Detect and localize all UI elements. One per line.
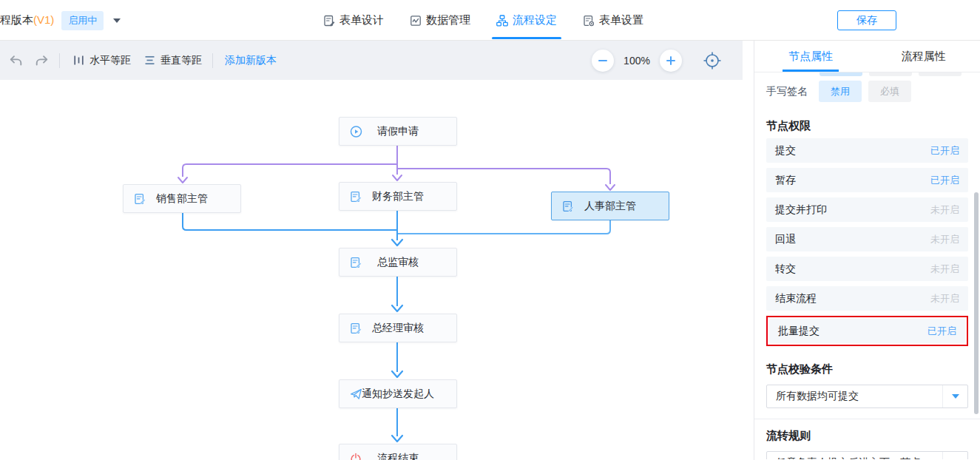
- clipped-button: [869, 72, 912, 76]
- redo-icon: [35, 55, 49, 67]
- signature-option-required[interactable]: 必填: [868, 81, 911, 102]
- flow-node-sales[interactable]: 销售部主管: [123, 184, 241, 213]
- transfer-rule-value: 任意负责人提交后进入下一节点: [767, 456, 942, 459]
- target-icon: [703, 51, 722, 70]
- tab-flow-config[interactable]: 流程设定: [496, 0, 557, 41]
- locate-button[interactable]: [703, 51, 722, 70]
- form-design-icon: [323, 15, 335, 27]
- send-icon: [350, 388, 362, 400]
- permission-row-end-flow[interactable]: 结束流程 未开启: [766, 286, 968, 311]
- canvas-toolbar: 水平等距 垂直等距 添加新版本 100%: [0, 41, 743, 80]
- horizontal-space-label: 水平等距: [89, 54, 131, 67]
- divider: [212, 53, 213, 68]
- horizontal-space-icon: [73, 55, 84, 66]
- permission-status: 已开启: [930, 174, 959, 187]
- permission-label: 暂存: [775, 174, 796, 187]
- zoom-in-button[interactable]: [660, 50, 682, 72]
- tab-label: 表单设计: [339, 13, 384, 27]
- top-bar: 程版本(V1) 启用中 表单设计 数据管理: [0, 0, 980, 41]
- tab-label: 表单设置: [599, 13, 643, 27]
- flow-node-gm[interactable]: 总经理审核: [339, 314, 457, 342]
- vertical-space-icon: [144, 55, 155, 66]
- redo-button[interactable]: [35, 55, 49, 67]
- validation-title: 节点校验条件: [766, 362, 968, 376]
- dropdown-caret-box: [942, 385, 967, 407]
- version-tag: (V1): [33, 13, 54, 26]
- form-edit-icon: [350, 257, 362, 268]
- transfer-rule-dropdown[interactable]: 任意负责人提交后进入下一节点: [766, 451, 968, 459]
- flow-node-director[interactable]: 总监审核: [339, 248, 457, 277]
- node-label: 销售部主管: [156, 192, 208, 206]
- vertical-space-label: 垂直等距: [160, 54, 202, 67]
- permissions-title: 节点权限: [766, 119, 968, 133]
- chevron-down-icon: [952, 394, 959, 399]
- panel-scrollbar[interactable]: [974, 192, 979, 414]
- form-edit-icon: [134, 193, 146, 205]
- highlight-box: 批量提交 已开启: [766, 316, 968, 346]
- permission-label: 结束流程: [775, 292, 817, 305]
- permission-label: 提交: [775, 144, 796, 158]
- chevron-down-icon[interactable]: [113, 18, 121, 23]
- data-manage-icon: [410, 15, 422, 27]
- transfer-rule-title: 流转规则: [766, 429, 968, 443]
- properties-panel: 节点属性 流程属性 手写签名 禁用 必填 节点权限 提交 已开启 暂存 已开启: [754, 41, 980, 460]
- save-button[interactable]: 保存: [837, 10, 896, 30]
- form-edit-icon: [350, 322, 362, 334]
- node-label: 总监审核: [377, 256, 419, 269]
- permission-row-submit-print[interactable]: 提交并打印 未开启: [766, 197, 968, 222]
- form-edit-icon: [350, 191, 362, 203]
- permission-row-transfer[interactable]: 转交 未开启: [766, 257, 968, 281]
- flow-node-hr[interactable]: 人事部主管: [551, 192, 669, 220]
- vertical-space-button[interactable]: 垂直等距: [144, 54, 202, 67]
- tab-form-settings[interactable]: 表单设置: [583, 0, 643, 41]
- permission-label: 提交并打印: [775, 203, 827, 217]
- workspace: 水平等距 垂直等距 添加新版本 100%: [0, 41, 980, 460]
- permission-row-submit[interactable]: 提交 已开启: [766, 138, 968, 163]
- signature-label: 手写签名: [766, 85, 808, 98]
- permission-row-save-draft[interactable]: 暂存 已开启: [766, 168, 968, 192]
- permission-status: 未开启: [930, 263, 959, 276]
- flow-node-finance[interactable]: 财务部主管: [339, 182, 457, 211]
- panel-tabs: 节点属性 流程属性: [754, 41, 980, 72]
- permission-status: 未开启: [930, 292, 959, 305]
- permission-row-batch-submit[interactable]: 批量提交 已开启: [769, 319, 965, 343]
- plus-icon: [666, 55, 676, 66]
- validation-dropdown[interactable]: 所有数据均可提交: [766, 385, 968, 408]
- permission-label: 批量提交: [778, 325, 820, 338]
- tab-node-properties[interactable]: 节点属性: [754, 41, 868, 72]
- permission-row-rollback[interactable]: 回退 未开启: [766, 227, 968, 251]
- undo-button[interactable]: [9, 55, 23, 67]
- node-label: 财务部主管: [372, 190, 424, 203]
- play-icon: [350, 125, 362, 138]
- flow-node-start[interactable]: 请假申请: [339, 117, 457, 146]
- signature-option-disable[interactable]: 禁用: [819, 81, 862, 102]
- tab-label: 流程设定: [513, 13, 557, 27]
- tab-label: 数据管理: [426, 13, 470, 27]
- main-tabs: 表单设计 数据管理 流程设定: [323, 0, 643, 41]
- permission-status: 已开启: [930, 144, 959, 158]
- clipped-button: [919, 72, 962, 76]
- flow-node-end[interactable]: 流程结束: [339, 444, 457, 460]
- flow-node-notify[interactable]: 通知抄送发起人: [339, 379, 457, 408]
- flow-canvas[interactable]: 请假申请 销售部主管 财务部主管 人事部主管: [0, 80, 754, 460]
- clipped-button: [820, 72, 862, 76]
- zoom-out-button[interactable]: [592, 50, 614, 72]
- signature-setting-row: 手写签名 禁用 必填: [766, 81, 968, 102]
- tab-form-design[interactable]: 表单设计: [323, 0, 384, 41]
- node-label: 总经理审核: [372, 322, 424, 335]
- undo-icon: [9, 55, 23, 67]
- horizontal-space-button[interactable]: 水平等距: [73, 54, 131, 67]
- permission-label: 转交: [775, 263, 796, 276]
- add-version-link[interactable]: 添加新版本: [225, 54, 277, 67]
- node-label: 流程结束: [377, 452, 419, 460]
- divider: [59, 53, 60, 68]
- permission-status: 未开启: [930, 203, 959, 217]
- form-settings-icon: [583, 15, 595, 27]
- minus-icon: [598, 55, 608, 66]
- node-label: 通知抄送发起人: [362, 388, 434, 401]
- permission-status: 已开启: [927, 325, 956, 338]
- tab-flow-properties[interactable]: 流程属性: [868, 41, 980, 72]
- tab-data-manage[interactable]: 数据管理: [410, 0, 470, 41]
- version-label: 程版本(V1): [0, 13, 54, 27]
- canvas-region: 水平等距 垂直等距 添加新版本 100%: [0, 41, 754, 460]
